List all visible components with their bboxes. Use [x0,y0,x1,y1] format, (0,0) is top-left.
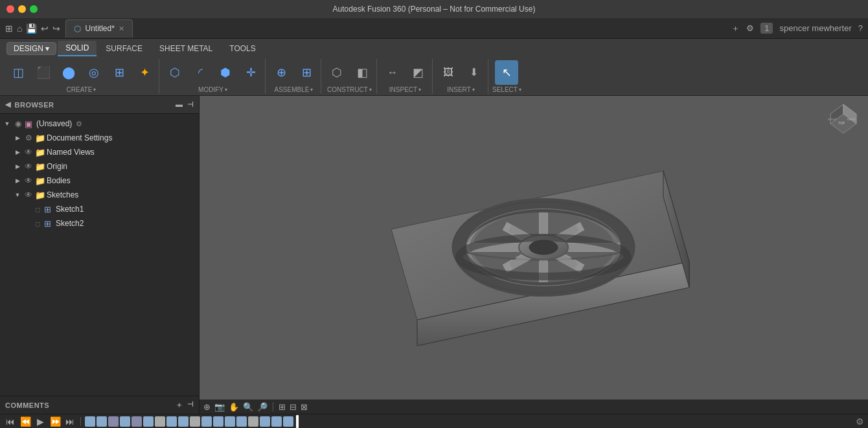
doc-settings-arrow[interactable]: ▶ [13,133,22,142]
tree-item-named-views[interactable]: ▶ 👁 📁 Named Views [0,145,199,159]
create-revolve-btn[interactable]: ◎ [82,60,106,85]
timeline-item-6[interactable] [143,416,154,427]
timeline-item-11[interactable] [201,416,212,427]
timeline-item-14[interactable] [236,416,247,427]
select-btn[interactable]: ↖ [495,60,518,85]
bodies-arrow[interactable]: ▶ [13,176,22,185]
comments-add-icon[interactable]: ＋ [176,400,183,410]
create-cylinder-btn[interactable]: ⬤ [57,60,80,85]
assemble-label[interactable]: ASSEMBLE ▾ [275,86,314,93]
save-icon[interactable]: 💾 [26,23,37,34]
sketches-arrow[interactable]: ▼ [13,190,22,199]
named-views-arrow[interactable]: ▶ [13,148,22,157]
tab-close-button[interactable]: ✕ [119,25,124,33]
create-sketch-btn[interactable]: ◫ [6,60,30,85]
named-views-vis[interactable]: 👁 [23,148,34,157]
timeline-item-3[interactable] [108,416,119,427]
timeline-item-15[interactable] [248,416,258,427]
construct-plane-btn[interactable]: ⬡ [325,60,348,85]
assemble-joint-btn[interactable]: ⊞ [295,60,318,85]
view-cube[interactable]: TOP FRONT RIGHT [824,101,863,140]
origin-vis[interactable]: 👁 [23,162,34,171]
undo-icon[interactable]: ↩ [41,23,49,34]
root-collapse-arrow[interactable]: ▼ [3,119,12,128]
create-solid-btn[interactable]: ⬛ [32,60,55,85]
timeline-item-17[interactable] [271,416,282,427]
modify-move-btn[interactable]: ✛ [239,60,262,85]
tree-root[interactable]: ▼ ◉ ▣ (Unsaved) ⚙ [0,117,199,131]
timeline-item-1[interactable] [85,416,95,427]
tree-item-sketch1[interactable]: ▶ ◻ ⊞ Sketch1 [0,202,199,216]
browser-pin-icon[interactable]: ⊣ [187,100,194,109]
help-button[interactable]: ? [858,23,863,33]
assemble-new-component-btn[interactable]: ⊕ [269,60,293,85]
inspect-measure-btn[interactable]: ↔ [381,60,404,85]
sketches-vis[interactable]: 👁 [23,190,34,199]
viewport-zoom-out-icon[interactable]: 🔎 [257,402,268,412]
tree-item-sketches[interactable]: ▼ 👁 📁 Sketches [0,188,199,202]
browser-collapse-icon[interactable]: ▬ [176,100,183,109]
home-icon[interactable]: ⌂ [17,23,22,34]
add-tab-button[interactable]: ＋ [731,23,740,34]
minimize-button[interactable] [18,5,26,13]
maximize-button[interactable] [30,5,38,13]
root-settings-icon[interactable]: ⚙ [76,120,82,128]
design-dropdown[interactable]: DESIGN ▾ [6,42,56,55]
construct-label[interactable]: CONSTRUCT ▾ [327,86,372,93]
tab-solid[interactable]: SOLID [58,41,97,56]
viewport-grid-icon[interactable]: ⊟ [290,402,297,412]
timeline-skip-back[interactable]: ⏮ [4,415,17,428]
insert-label[interactable]: INSERT ▾ [447,86,475,93]
doc-settings-vis[interactable]: ⚙ [23,133,34,142]
inspect-section-btn[interactable]: ◩ [406,60,429,85]
modify-shell-btn[interactable]: ⬢ [214,60,237,85]
timeline-play[interactable]: ▶ [34,415,47,428]
tree-item-origin[interactable]: ▶ 👁 📁 Origin [0,159,199,174]
tab-surface[interactable]: SURFACE [98,41,150,56]
browser-back-icon[interactable]: ◀ [5,100,11,109]
tab-sheet-metal[interactable]: SHEET METAL [152,41,220,56]
tree-item-document-settings[interactable]: ▶ ⚙ 📁 Document Settings [0,131,199,145]
timeline-step-forward[interactable]: ⏩ [49,415,62,428]
tab-tools[interactable]: TOOLS [222,41,263,56]
timeline-end-marker[interactable] [296,415,299,428]
insert-canvas-btn[interactable]: 🖼 [437,60,460,85]
timeline-item-4[interactable] [120,416,130,427]
timeline-item-10[interactable] [190,416,200,427]
insert-decal-btn[interactable]: ⬇ [462,60,485,85]
inspect-label[interactable]: INSPECT ▾ [389,86,421,93]
viewport-effects-icon[interactable]: ⊠ [301,402,308,412]
timeline-item-13[interactable] [225,416,235,427]
viewport-zoom-in-icon[interactable]: 🔍 [243,402,253,412]
comments-pin-icon[interactable]: ⊣ [187,400,194,410]
timeline-item-8[interactable] [166,416,177,427]
construct-axis-btn[interactable]: ◧ [350,60,374,85]
timeline-item-2[interactable] [97,416,107,427]
tree-item-sketch2[interactable]: ▶ ◻ ⊞ Sketch2 [0,216,199,231]
timeline-item-5[interactable] [131,416,142,427]
close-button[interactable] [6,5,14,13]
bodies-vis[interactable]: 👁 [23,176,34,185]
root-vis-icon[interactable]: ◉ [13,119,23,128]
sketch1-vis[interactable]: ◻ [32,206,43,213]
apps-icon[interactable]: ⊞ [5,23,13,34]
select-label[interactable]: SELECT ▾ [492,86,521,93]
active-tab[interactable]: ⬡ Untitled* ✕ [65,19,132,38]
timeline-step-back[interactable]: ⏪ [19,415,32,428]
viewport-canvas[interactable]: TOP FRONT RIGHT ⊕ 📷 ✋ 🔍 🔎 ⊞ ⊟ ⊠ [200,96,868,414]
origin-arrow[interactable]: ▶ [13,162,22,171]
timeline-item-7[interactable] [155,416,165,427]
viewport-pan-icon[interactable]: ✋ [229,402,239,412]
create-extrude-btn[interactable]: ⊞ [108,60,131,85]
extensions-icon[interactable]: ⚙ [746,23,754,33]
viewport-fit-icon[interactable]: ⊕ [203,402,211,412]
timeline-item-16[interactable] [260,416,270,427]
sketch2-vis[interactable]: ◻ [32,220,43,227]
modify-fillet-btn[interactable]: ◜ [188,60,212,85]
tree-item-bodies[interactable]: ▶ 👁 📁 Bodies [0,174,199,188]
timeline-item-12[interactable] [213,416,223,427]
bottom-gear-icon[interactable]: ⚙ [856,416,864,427]
viewport-camera-icon[interactable]: 📷 [214,402,225,412]
viewport-display-icon[interactable]: ⊞ [279,402,286,412]
timeline-item-18[interactable] [283,416,293,427]
